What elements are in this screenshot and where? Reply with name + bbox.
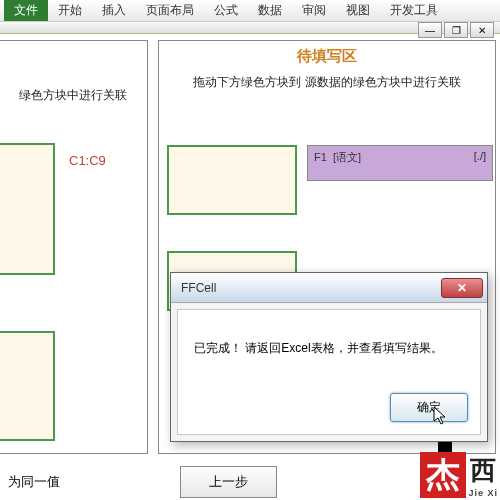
left-panel: 绿色方块中进行关联 C1:C9 bbox=[0, 40, 148, 454]
right-panel-title: 待填写区 bbox=[159, 41, 495, 72]
cell-ref-label: C1:C9 bbox=[69, 153, 106, 168]
left-panel-subtitle: 绿色方块中进行关联 bbox=[0, 41, 147, 112]
watermark-text: 西 Jie Xi bbox=[468, 453, 498, 498]
dialog-title: FFCell bbox=[181, 281, 216, 295]
watermark: 杰 西 Jie Xi bbox=[420, 452, 498, 498]
ribbon-tab-home[interactable]: 开始 bbox=[48, 0, 92, 21]
drop-target-box-1[interactable] bbox=[167, 145, 297, 215]
close-button[interactable]: ✕ bbox=[470, 22, 494, 38]
restore-button[interactable]: ❐ bbox=[444, 22, 468, 38]
window-controls: ― ❐ ✕ bbox=[418, 22, 494, 38]
ribbon-tab-formula[interactable]: 公式 bbox=[204, 0, 248, 21]
dialog-close-button[interactable]: ✕ bbox=[441, 278, 483, 298]
field-item[interactable]: F1 [语文] [./] bbox=[307, 145, 493, 181]
close-icon: ✕ bbox=[457, 281, 467, 295]
right-panel-subtitle: 拖动下方绿色方块到 源数据的绿色方块中进行关联 bbox=[159, 72, 495, 99]
completion-dialog: FFCell ✕ 已完成！ 请返回Excel表格，并查看填写结果。 确定 bbox=[170, 272, 488, 442]
same-value-label: 为同一值 bbox=[8, 473, 60, 491]
ribbon-tab-dev[interactable]: 开发工具 bbox=[380, 0, 448, 21]
field-mark: [./] bbox=[474, 150, 486, 176]
watermark-char2: 西 bbox=[470, 453, 496, 488]
ribbon-tab-review[interactable]: 审阅 bbox=[292, 0, 336, 21]
ribbon-tab-insert[interactable]: 插入 bbox=[92, 0, 136, 21]
drag-source-box-1[interactable] bbox=[0, 143, 55, 275]
field-code: F1 [语文] bbox=[314, 150, 361, 176]
ribbon-tab-data[interactable]: 数据 bbox=[248, 0, 292, 21]
ribbon-tab-view[interactable]: 视图 bbox=[336, 0, 380, 21]
dialog-body: 已完成！ 请返回Excel表格，并查看填写结果。 确定 bbox=[177, 309, 481, 435]
ok-button[interactable]: 确定 bbox=[390, 393, 468, 422]
drag-source-box-2[interactable] bbox=[0, 331, 55, 441]
ribbon-tab-file[interactable]: 文件 bbox=[4, 0, 48, 21]
prev-step-button[interactable]: 上一步 bbox=[180, 466, 277, 498]
dialog-titlebar[interactable]: FFCell ✕ bbox=[171, 273, 487, 303]
minimize-button[interactable]: ― bbox=[418, 22, 442, 38]
dialog-message: 已完成！ 请返回Excel表格，并查看填写结果。 bbox=[178, 310, 480, 385]
watermark-logo: 杰 bbox=[420, 452, 466, 498]
ribbon-tab-layout[interactable]: 页面布局 bbox=[136, 0, 204, 21]
watermark-pinyin: Jie Xi bbox=[468, 488, 498, 498]
ribbon-tabs: 文件 开始 插入 页面布局 公式 数据 审阅 视图 开发工具 bbox=[0, 0, 500, 22]
